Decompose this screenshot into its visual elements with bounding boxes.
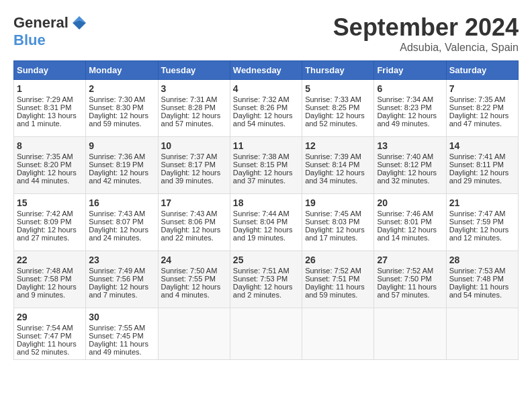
day-number: 12 [305, 140, 371, 151]
table-cell: 10 Sunrise: 7:37 AMSunset: 8:17 PMDaylig… [158, 137, 230, 194]
table-cell: 15 Sunrise: 7:42 AMSunset: 8:09 PMDaylig… [14, 194, 86, 251]
logo-blue-text: Blue [13, 32, 89, 48]
table-cell: 9 Sunrise: 7:36 AMSunset: 8:19 PMDayligh… [86, 137, 158, 194]
table-cell: 25 Sunrise: 7:51 AMSunset: 7:53 PMDaylig… [230, 251, 302, 308]
table-cell: 12 Sunrise: 7:39 AMSunset: 8:14 PMDaylig… [302, 137, 374, 194]
table-cell: 26 Sunrise: 7:52 AMSunset: 7:51 PMDaylig… [302, 251, 374, 308]
day-number: 2 [89, 83, 154, 94]
logo: General Blue [13, 13, 89, 48]
col-sunday: Sunday [14, 61, 86, 80]
col-friday: Friday [374, 61, 446, 80]
day-number: 25 [233, 255, 299, 265]
table-cell: 27 Sunrise: 7:52 AMSunset: 7:50 PMDaylig… [374, 251, 446, 308]
day-number: 21 [449, 197, 515, 208]
day-number: 3 [161, 83, 227, 94]
calendar-table: Sunday Monday Tuesday Wednesday Thursday… [13, 60, 519, 360]
day-number: 27 [377, 255, 443, 265]
day-number: 28 [449, 255, 515, 265]
table-cell: 30 Sunrise: 7:55 AMSunset: 7:45 PMDaylig… [86, 308, 158, 360]
day-number: 10 [161, 140, 227, 151]
table-cell-empty [446, 308, 518, 360]
day-number: 22 [17, 255, 83, 265]
table-cell: 17 Sunrise: 7:43 AMSunset: 8:06 PMDaylig… [158, 194, 230, 251]
calendar-row: 15 Sunrise: 7:42 AMSunset: 8:09 PMDaylig… [14, 194, 519, 251]
calendar-row: 8 Sunrise: 7:35 AMSunset: 8:20 PMDayligh… [14, 137, 519, 194]
table-cell: 2 Sunrise: 7:30 AMSunset: 8:30 PMDayligh… [86, 80, 158, 137]
day-number: 7 [449, 83, 515, 94]
day-number: 18 [233, 197, 299, 208]
day-number: 15 [17, 197, 83, 208]
table-cell: 1 Sunrise: 7:29 AMSunset: 8:31 PMDayligh… [14, 80, 86, 137]
table-cell: 4 Sunrise: 7:32 AMSunset: 8:26 PMDayligh… [230, 80, 302, 137]
day-number: 24 [161, 255, 227, 265]
calendar-row: 1 Sunrise: 7:29 AMSunset: 8:31 PMDayligh… [14, 80, 519, 137]
col-wednesday: Wednesday [230, 61, 302, 80]
day-number: 6 [377, 83, 443, 94]
day-number: 4 [233, 83, 299, 94]
table-cell: 5 Sunrise: 7:33 AMSunset: 8:25 PMDayligh… [302, 80, 374, 137]
title-section: September 2024 Adsubia, Valencia, Spain [333, 13, 519, 54]
day-number: 1 [17, 83, 83, 94]
table-cell: 22 Sunrise: 7:48 AMSunset: 7:58 PMDaylig… [14, 251, 86, 308]
month-title: September 2024 [333, 13, 519, 42]
table-cell: 28 Sunrise: 7:53 AMSunset: 7:48 PMDaylig… [446, 251, 518, 308]
logo-general-text: General [13, 15, 69, 31]
table-cell: 29 Sunrise: 7:54 AMSunset: 7:47 PMDaylig… [14, 308, 86, 360]
table-cell: 3 Sunrise: 7:31 AMSunset: 8:28 PMDayligh… [158, 80, 230, 137]
day-number: 5 [305, 83, 371, 94]
calendar-row: 22 Sunrise: 7:48 AMSunset: 7:58 PMDaylig… [14, 251, 519, 308]
table-cell-empty [374, 308, 446, 360]
table-cell: 18 Sunrise: 7:44 AMSunset: 8:04 PMDaylig… [230, 194, 302, 251]
table-cell: 19 Sunrise: 7:45 AMSunset: 8:03 PMDaylig… [302, 194, 374, 251]
table-cell: 23 Sunrise: 7:49 AMSunset: 7:56 PMDaylig… [86, 251, 158, 308]
calendar-row: 29 Sunrise: 7:54 AMSunset: 7:47 PMDaylig… [14, 308, 519, 360]
table-cell: 11 Sunrise: 7:38 AMSunset: 8:15 PMDaylig… [230, 137, 302, 194]
calendar-header-row: Sunday Monday Tuesday Wednesday Thursday… [14, 61, 519, 80]
col-thursday: Thursday [302, 61, 374, 80]
col-monday: Monday [86, 61, 158, 80]
table-cell: 16 Sunrise: 7:43 AMSunset: 8:07 PMDaylig… [86, 194, 158, 251]
table-cell-empty [302, 308, 374, 360]
table-cell-empty [158, 308, 230, 360]
day-number: 14 [449, 140, 515, 151]
day-number: 29 [17, 312, 83, 322]
day-number: 11 [233, 140, 299, 151]
day-number: 8 [17, 140, 83, 151]
table-cell: 14 Sunrise: 7:41 AMSunset: 8:11 PMDaylig… [446, 137, 518, 194]
day-number: 30 [89, 312, 154, 322]
day-number: 13 [377, 140, 443, 151]
table-cell: 13 Sunrise: 7:40 AMSunset: 8:12 PMDaylig… [374, 137, 446, 194]
page-header: General Blue September 2024 Adsubia, Val… [13, 13, 519, 54]
table-cell: 8 Sunrise: 7:35 AMSunset: 8:20 PMDayligh… [14, 137, 86, 194]
col-tuesday: Tuesday [158, 61, 230, 80]
day-number: 19 [305, 197, 371, 208]
logo-icon [70, 13, 89, 32]
table-cell-empty [230, 308, 302, 360]
col-saturday: Saturday [446, 61, 518, 80]
table-cell: 7 Sunrise: 7:35 AMSunset: 8:22 PMDayligh… [446, 80, 518, 137]
day-number: 9 [89, 140, 154, 151]
day-number: 16 [89, 197, 154, 208]
table-cell: 20 Sunrise: 7:46 AMSunset: 8:01 PMDaylig… [374, 194, 446, 251]
location-subtitle: Adsubia, Valencia, Spain [333, 42, 519, 54]
table-cell: 21 Sunrise: 7:47 AMSunset: 7:59 PMDaylig… [446, 194, 518, 251]
day-number: 20 [377, 197, 443, 208]
day-number: 23 [89, 255, 154, 265]
table-cell: 24 Sunrise: 7:50 AMSunset: 7:55 PMDaylig… [158, 251, 230, 308]
table-cell: 6 Sunrise: 7:34 AMSunset: 8:23 PMDayligh… [374, 80, 446, 137]
day-number: 17 [161, 197, 227, 208]
day-number: 26 [305, 255, 371, 265]
